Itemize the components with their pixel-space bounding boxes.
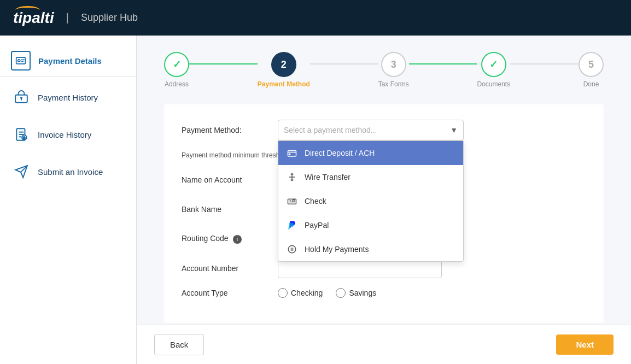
sidebar-payment-details[interactable]: Payment Details [0,41,136,77]
step-circle-tax: 3 [381,52,406,77]
paypal-icon [286,219,298,231]
checking-label: Checking [291,289,323,297]
svg-point-24 [288,245,296,253]
direct-deposit-icon [286,147,298,159]
dropdown-chevron-icon: ▼ [450,126,458,134]
stepper: Address 2 Payment Method 3 Tax Forms [164,52,604,88]
step-number-payment: 2 [281,59,287,71]
account-type-label: Account Type [182,289,269,297]
step-label-payment: Payment Method [258,80,310,88]
step-address: Address [164,52,189,88]
routing-code-info-icon[interactable]: i [233,235,242,244]
step-done: 5 Done [579,52,604,88]
svg-text:$: $ [23,136,25,140]
logo-icon: tipalti [13,9,54,27]
header-divider: | [66,11,69,24]
direct-deposit-label: Direct Deposit / ACH [305,149,375,157]
dropdown-option-hold[interactable]: Hold My Payments [278,237,463,261]
payment-details-label: Payment Details [38,56,102,66]
submit-invoice-icon [13,163,30,180]
step-circle-address [164,52,189,77]
check-payment-icon [286,195,298,207]
submit-invoice-label: Submit an Invoice [38,167,103,177]
check-icon-docs [489,58,498,71]
header-subtitle: Supplier Hub [81,12,138,24]
step-number-tax: 3 [391,59,396,71]
dropdown-option-direct-deposit[interactable]: Direct Deposit / ACH [278,141,463,165]
check-icon-address [173,58,181,71]
step-label-done: Done [583,80,599,88]
payment-details-icon [11,51,31,71]
step-tax-forms: 3 Tax Forms [378,52,409,88]
checking-radio-label[interactable]: Checking [278,288,323,298]
check-label: Check [305,197,326,206]
payment-history-label: Payment History [38,93,98,102]
savings-label: Savings [349,289,376,297]
main-content: Address 2 Payment Method 3 Tax Forms [137,36,631,364]
name-on-account-label: Name on Account [182,175,269,184]
form-section: Payment Method: Select a payment method.… [164,104,604,323]
main-layout: Payment Details Payment History [0,36,631,364]
header: tipalti | Supplier Hub [0,0,631,36]
logo-text: tipalti [13,9,54,26]
step-circle-payment: 2 [271,52,296,77]
hold-payments-icon [286,243,298,255]
payment-history-icon [13,89,30,106]
payment-method-row: Payment Method: Select a payment method.… [182,120,586,140]
step-number-done: 5 [588,59,594,71]
payment-method-dropdown[interactable]: Select a payment method... ▼ [278,120,464,140]
wire-transfer-label: Wire Transfer [305,173,350,181]
step-line-4 [510,63,579,64]
step-payment-method: 2 Payment Method [258,52,310,88]
step-label-tax: Tax Forms [378,80,409,88]
step-label-address: Address [165,80,189,88]
invoice-history-icon: $ [13,126,30,143]
savings-radio[interactable] [336,288,346,298]
dropdown-option-wire-transfer[interactable]: Wire Transfer [278,165,463,189]
sidebar: Payment Details Payment History [0,36,137,364]
svg-point-17 [289,154,290,155]
invoice-history-label: Invoice History [38,130,91,139]
hold-payments-label: Hold My Payments [305,245,369,254]
svg-rect-23 [293,200,295,202]
account-type-row: Account Type Checking Savings [182,288,586,298]
step-line-3 [409,63,477,64]
sidebar-item-payment-history[interactable]: Payment History [0,79,136,116]
routing-code-label: Routing Code i [182,234,269,244]
wire-transfer-icon [286,171,298,183]
step-line-2 [310,63,378,64]
account-number-label: Account Number [182,264,269,273]
sidebar-item-invoice-history[interactable]: $ Invoice History [0,116,136,153]
payment-method-dropdown-wrapper: Select a payment method... ▼ [278,120,464,140]
bank-name-label: Bank Name [182,205,269,214]
step-circle-done: 5 [579,52,604,77]
checking-radio[interactable] [278,288,288,298]
svg-point-1 [18,60,20,62]
bottom-bar: Back Next [137,325,631,364]
savings-radio-label[interactable]: Savings [336,288,376,298]
dropdown-menu: Direct Deposit / ACH [278,140,464,262]
next-button[interactable]: Next [556,334,614,355]
step-label-docs: Documents [477,80,510,88]
dropdown-option-check[interactable]: Check [278,189,463,213]
payment-method-label: Payment Method: [182,126,269,134]
dropdown-placeholder: Select a payment method... [284,126,377,134]
logo-area: tipalti | Supplier Hub [13,9,138,27]
step-documents: Documents [477,52,510,88]
paypal-label: PayPal [305,221,329,230]
dropdown-option-paypal[interactable]: PayPal [278,213,463,237]
step-circle-docs [481,52,506,77]
account-type-radio-group: Checking Savings [278,288,376,298]
step-line-1 [189,63,258,64]
back-button[interactable]: Back [154,334,204,355]
sidebar-item-submit-invoice[interactable]: Submit an Invoice [0,153,136,190]
